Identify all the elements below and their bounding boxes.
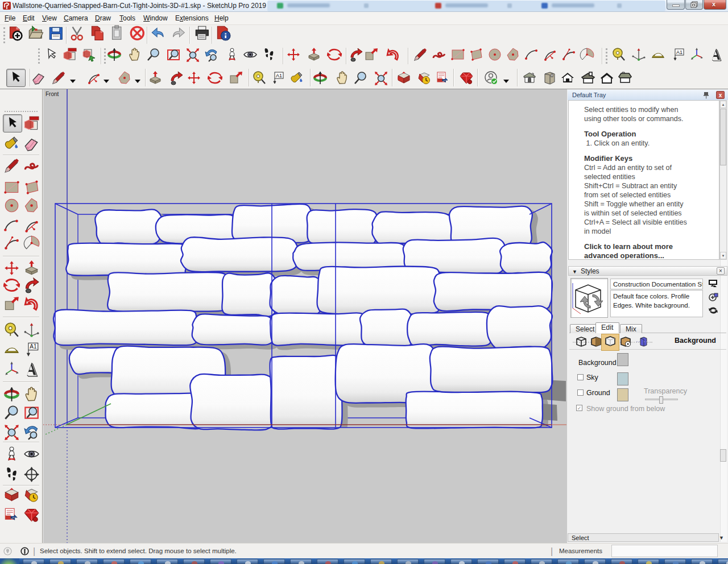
svg-text:A1: A1 <box>30 343 37 350</box>
svg-text:A1: A1 <box>676 49 682 55</box>
svg-text:Front: Front <box>46 91 59 97</box>
svg-text:A1: A1 <box>276 73 282 78</box>
